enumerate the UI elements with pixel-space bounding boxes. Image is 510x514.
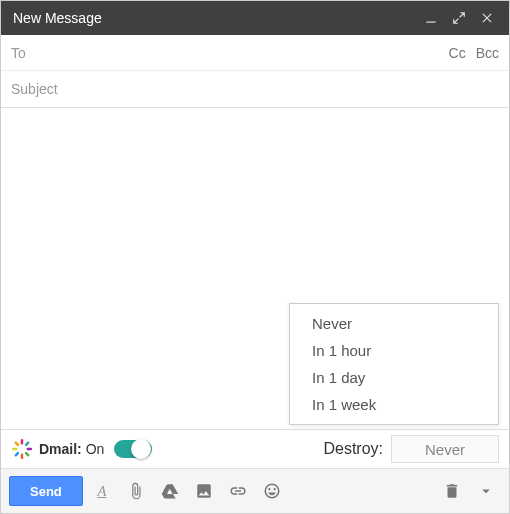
dmail-logo-icon [11,438,33,460]
minimize-button[interactable] [421,8,441,28]
header-fields: Cc Bcc [1,35,509,108]
delete-button[interactable] [437,476,467,506]
link-button[interactable] [223,476,253,506]
photo-button[interactable] [189,476,219,506]
svg-rect-2 [24,441,30,447]
destroy-select[interactable]: Never [391,435,499,463]
svg-rect-1 [21,439,23,445]
to-input[interactable] [11,45,449,61]
formatting-button[interactable]: A [87,476,117,506]
send-button[interactable]: Send [9,476,83,506]
toggle-knob [131,439,151,459]
destroy-option-never[interactable]: Never [290,310,498,337]
bcc-link[interactable]: Bcc [476,45,499,61]
cc-link[interactable]: Cc [449,45,466,61]
svg-rect-5 [21,454,23,460]
titlebar: New Message [1,1,509,35]
emoji-button[interactable] [257,476,287,506]
destroy-label: Destroy: [323,440,383,458]
dmail-toggle[interactable] [114,440,152,458]
destroy-dropdown: Never In 1 hour In 1 day In 1 week [289,303,499,425]
more-button[interactable] [471,476,501,506]
svg-rect-4 [24,451,30,457]
to-row: Cc Bcc [1,35,509,71]
destroy-option-1week[interactable]: In 1 week [290,391,498,418]
subject-input[interactable] [11,81,499,97]
svg-rect-3 [27,448,33,450]
cc-bcc-group: Cc Bcc [449,45,499,61]
close-button[interactable] [477,8,497,28]
message-body[interactable]: Never In 1 hour In 1 day In 1 week [1,108,509,429]
subject-row [1,71,509,107]
dmail-state: On [86,441,105,457]
expand-button[interactable] [449,8,469,28]
destroy-option-1day[interactable]: In 1 day [290,364,498,391]
dmail-bar: Dmail: On Destroy: Never [1,429,509,469]
window-title: New Message [13,10,413,26]
dmail-label: Dmail: On [39,441,104,457]
svg-rect-0 [426,22,435,23]
drive-button[interactable] [155,476,185,506]
svg-rect-7 [12,448,17,450]
compose-window: New Message Cc Bcc Never In 1 hour In 1 … [0,0,510,514]
svg-rect-8 [14,441,20,447]
dmail-label-text: Dmail: [39,441,82,457]
attach-button[interactable] [121,476,151,506]
svg-rect-6 [14,451,20,457]
destroy-option-1hour[interactable]: In 1 hour [290,337,498,364]
toolbar: Send A [1,469,509,513]
